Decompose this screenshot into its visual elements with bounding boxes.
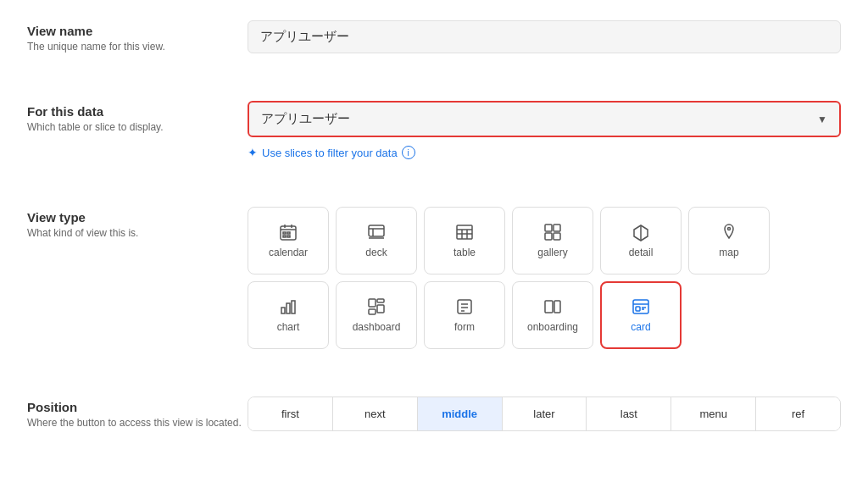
view-type-dashboard[interactable]: dashboard: [336, 281, 417, 349]
view-type-section: View type What kind of view this is. cal…: [27, 207, 841, 373]
position-item-ref[interactable]: ref: [756, 397, 840, 430]
sparkle-icon: ✦: [248, 146, 258, 159]
view-type-dashboard-label: dashboard: [353, 321, 401, 333]
position-item-next[interactable]: next: [333, 397, 418, 430]
view-type-calendar[interactable]: calendar: [248, 207, 329, 274]
svg-rect-8: [369, 225, 384, 236]
position-row: firstnextmiddlelaterlastmenuref: [248, 396, 841, 431]
dashboard-icon: [367, 297, 386, 316]
view-type-card-label: card: [631, 321, 650, 333]
svg-rect-19: [545, 233, 552, 240]
position-item-later[interactable]: later: [503, 397, 587, 430]
svg-rect-7: [287, 236, 290, 237]
svg-rect-29: [377, 305, 384, 313]
for-this-data-label-group: For this data Which table or slice to di…: [27, 101, 248, 133]
view-type-deck[interactable]: deck: [336, 207, 417, 274]
position-item-last[interactable]: last: [587, 397, 671, 430]
card-icon: [632, 297, 650, 316]
view-name-section: View name The unique name for this view.: [27, 20, 841, 77]
svg-rect-35: [545, 301, 553, 313]
view-type-deck-label: deck: [365, 247, 387, 258]
svg-rect-36: [554, 301, 560, 313]
view-name-input[interactable]: [248, 20, 841, 53]
for-this-data-section: For this data Which table or slice to di…: [27, 101, 841, 183]
view-type-onboarding-label: onboarding: [527, 321, 578, 333]
position-item-menu[interactable]: menu: [671, 397, 756, 430]
info-icon[interactable]: i: [402, 146, 415, 159]
view-type-label-group: View type What kind of view this is.: [27, 207, 248, 239]
svg-rect-30: [369, 309, 376, 314]
view-type-form[interactable]: form: [424, 281, 505, 349]
gallery-icon: [543, 223, 562, 241]
position-content: firstnextmiddlelaterlastmenuref: [248, 396, 841, 431]
onboarding-icon: [543, 297, 562, 316]
svg-rect-28: [377, 299, 384, 302]
view-type-card[interactable]: card: [600, 281, 682, 349]
view-type-form-label: form: [454, 321, 475, 333]
svg-rect-27: [369, 299, 376, 307]
view-type-chart-label: chart: [277, 321, 300, 333]
svg-rect-25: [287, 303, 290, 313]
view-type-content: calendardecktablegallerydetailmapchartda…: [248, 207, 841, 349]
slice-link[interactable]: ✦ Use slices to filter your data i: [248, 146, 841, 159]
view-type-map[interactable]: map: [688, 207, 770, 274]
view-type-map-label: map: [719, 247, 738, 258]
svg-rect-6: [283, 236, 286, 237]
position-label-group: Position Where the button to access this…: [27, 396, 248, 429]
table-icon: [455, 223, 474, 241]
view-type-description: What kind of view this is.: [27, 227, 248, 239]
position-section: Position Where the button to access this…: [27, 396, 841, 455]
view-type-detail-label: detail: [629, 247, 654, 258]
calendar-icon: [279, 223, 298, 241]
svg-rect-24: [281, 308, 285, 313]
view-type-heading: View type: [27, 210, 248, 225]
svg-rect-4: [283, 232, 286, 234]
svg-rect-39: [636, 307, 640, 311]
position-item-middle[interactable]: middle: [418, 397, 503, 430]
view-name-description: The unique name for this view.: [27, 41, 248, 53]
view-type-grid: calendardecktablegallerydetailmapchartda…: [248, 207, 841, 349]
svg-point-23: [728, 228, 731, 230]
view-name-heading: View name: [27, 24, 248, 38]
svg-rect-12: [457, 225, 472, 239]
view-type-detail[interactable]: detail: [600, 207, 682, 274]
svg-rect-17: [545, 225, 552, 231]
for-this-data-heading: For this data: [27, 104, 248, 119]
slice-link-text: Use slices to filter your data: [262, 147, 398, 159]
data-select-value: アプリユーザー: [261, 111, 350, 127]
chart-icon: [279, 297, 298, 316]
svg-rect-5: [287, 232, 290, 234]
view-type-chart[interactable]: chart: [248, 281, 329, 349]
deck-icon: [367, 223, 386, 241]
detail-icon: [632, 223, 650, 241]
view-type-table-label: table: [453, 247, 476, 258]
svg-rect-18: [554, 225, 560, 231]
position-description: Where the button to access this view is …: [27, 417, 248, 429]
for-this-data-content: アプリユーザー ▼ ✦ Use slices to filter your da…: [248, 101, 841, 159]
data-select-dropdown[interactable]: アプリユーザー ▼: [248, 101, 841, 137]
position-item-first[interactable]: first: [248, 397, 333, 430]
form-icon: [455, 297, 474, 316]
view-type-calendar-label: calendar: [269, 247, 308, 258]
chevron-down-icon: ▼: [817, 114, 827, 125]
view-type-table[interactable]: table: [424, 207, 505, 274]
map-icon: [720, 223, 738, 241]
view-type-gallery-label: gallery: [537, 247, 567, 258]
svg-rect-20: [554, 233, 560, 240]
view-name-label-group: View name The unique name for this view.: [27, 20, 248, 53]
svg-rect-26: [292, 301, 295, 313]
for-this-data-description: Which table or slice to display.: [27, 121, 248, 133]
view-name-content: [248, 20, 841, 53]
view-type-gallery[interactable]: gallery: [512, 207, 593, 274]
position-heading: Position: [27, 400, 248, 414]
view-type-onboarding[interactable]: onboarding: [512, 281, 593, 349]
